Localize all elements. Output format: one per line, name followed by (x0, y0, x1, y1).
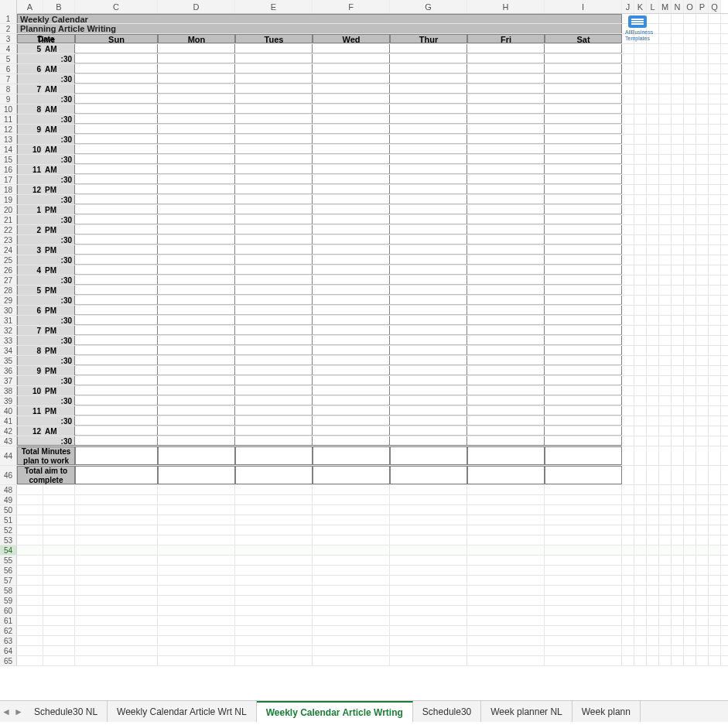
cell-J[interactable] (622, 215, 634, 224)
title-planning[interactable]: Planning Article Writing (17, 24, 622, 33)
cell-G42[interactable] (390, 426, 467, 436)
cell-C62[interactable] (75, 626, 158, 635)
row-header-57[interactable]: 57 (0, 576, 17, 585)
cell-M[interactable] (659, 296, 672, 305)
cell-K61[interactable] (634, 616, 647, 625)
cell-C24[interactable] (75, 245, 158, 255)
cell-H38[interactable] (467, 386, 545, 395)
time-label-row37[interactable]: :30 (17, 376, 75, 385)
cell-J57[interactable] (622, 576, 634, 585)
total-cell-E-46[interactable] (235, 466, 313, 484)
cell-G21[interactable] (390, 215, 467, 224)
cell-P[interactable] (696, 255, 709, 265)
cell-N57[interactable] (672, 576, 684, 585)
time-label-row9[interactable]: :30 (17, 94, 75, 104)
cell-J[interactable] (622, 64, 634, 74)
cell-K[interactable] (634, 44, 647, 53)
column-header-B[interactable]: B (43, 0, 75, 13)
cell-G50[interactable] (390, 505, 467, 515)
cell-D39[interactable] (158, 396, 235, 405)
cell-A59[interactable] (17, 596, 43, 605)
cell-G18[interactable] (390, 185, 467, 194)
cell-P[interactable] (696, 326, 709, 335)
cell-Q[interactable] (709, 44, 721, 53)
cell-I11[interactable] (545, 115, 622, 124)
row-header-29[interactable]: 29 (0, 296, 17, 305)
column-header-G[interactable]: G (390, 0, 467, 13)
cell-P59[interactable] (696, 596, 709, 605)
cell-F41[interactable] (313, 416, 390, 426)
cell-J[interactable] (622, 175, 634, 184)
cell-J[interactable] (622, 296, 634, 305)
cell-M56[interactable] (659, 566, 672, 575)
cell-O[interactable] (684, 396, 696, 405)
sheet-tab-week-planner-nl[interactable]: Week planner NL (481, 701, 572, 722)
time-label-row7[interactable]: :30 (17, 74, 75, 84)
cell-O58[interactable] (684, 586, 696, 595)
column-header-J[interactable]: J (622, 0, 634, 13)
cell-F25[interactable] (313, 255, 390, 265)
cell-Q[interactable] (709, 175, 721, 184)
cell-K48[interactable] (634, 485, 647, 494)
cell-J[interactable] (622, 386, 634, 395)
row-header-30[interactable]: 30 (0, 306, 17, 315)
row-header-34[interactable]: 34 (0, 346, 17, 355)
cell-E43[interactable] (235, 436, 313, 446)
cell-F14[interactable] (313, 145, 390, 154)
cell-G8[interactable] (390, 84, 467, 94)
cell-P58[interactable] (696, 586, 709, 595)
cell-G51[interactable] (390, 515, 467, 525)
cell-N[interactable] (672, 286, 684, 295)
cell-L[interactable] (647, 386, 659, 395)
cell-E58[interactable] (235, 586, 313, 595)
cell-M[interactable] (659, 245, 672, 255)
cell-C17[interactable] (75, 175, 158, 184)
cell-I31[interactable] (545, 316, 622, 325)
cell-J[interactable] (622, 135, 634, 144)
cell-K[interactable] (634, 356, 647, 365)
cell-I53[interactable] (545, 535, 622, 545)
cell-K55[interactable] (634, 556, 647, 565)
cell-O[interactable] (684, 446, 696, 465)
cell-K[interactable] (634, 366, 647, 375)
cell-K[interactable] (634, 346, 647, 355)
cell-F35[interactable] (313, 356, 390, 365)
cell-O[interactable] (684, 306, 696, 315)
cell-N[interactable] (672, 34, 684, 43)
cell-O63[interactable] (684, 636, 696, 645)
cell-B55[interactable] (43, 556, 75, 565)
cell-Q[interactable] (709, 215, 721, 224)
row-header-6[interactable]: 6 (0, 64, 17, 74)
cell-F9[interactable] (313, 94, 390, 104)
cell-M[interactable] (659, 336, 672, 345)
cell-Q[interactable] (709, 426, 721, 436)
cell-F58[interactable] (313, 586, 390, 595)
cell-G52[interactable] (390, 525, 467, 535)
cell-Q[interactable] (709, 436, 721, 446)
cell-J[interactable] (622, 145, 634, 154)
cell-O[interactable] (684, 74, 696, 84)
cell-O[interactable] (684, 54, 696, 63)
cell-A58[interactable] (17, 586, 43, 595)
cell-K[interactable] (634, 115, 647, 124)
cell-K65[interactable] (634, 656, 647, 665)
time-label-row17[interactable]: :30 (17, 175, 75, 184)
cell-G26[interactable] (390, 265, 467, 275)
cell-N[interactable] (672, 74, 684, 84)
cell-P62[interactable] (696, 626, 709, 635)
cell-H49[interactable] (467, 495, 545, 504)
cell-N61[interactable] (672, 616, 684, 625)
cell-O[interactable] (684, 426, 696, 436)
cell-Q63[interactable] (709, 636, 721, 645)
cell-L[interactable] (647, 346, 659, 355)
cell-H26[interactable] (467, 265, 545, 275)
total-cell-E-44[interactable] (235, 446, 313, 465)
day-header-thur[interactable]: Thur (390, 34, 467, 43)
cell-C51[interactable] (75, 515, 158, 525)
cell-K[interactable] (634, 316, 647, 325)
cell-E53[interactable] (235, 535, 313, 545)
cell-Q[interactable] (709, 416, 721, 426)
time-label-row27[interactable]: :30 (17, 275, 75, 285)
cell-C55[interactable] (75, 556, 158, 565)
cell-F40[interactable] (313, 406, 390, 416)
